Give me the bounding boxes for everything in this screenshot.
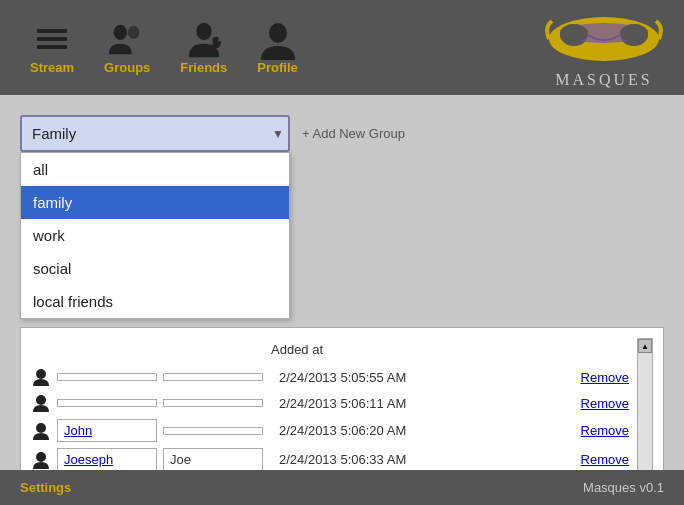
- member-name-field[interactable]: [57, 373, 157, 381]
- table-row: John 2/24/2013 5:06:20 AM Remove: [31, 419, 633, 442]
- svg-rect-0: [37, 29, 67, 33]
- version-label: Masques v0.1: [583, 480, 664, 495]
- remove-button[interactable]: Remove: [577, 396, 633, 411]
- footer: Settings Masques v0.1: [0, 470, 684, 505]
- member-alias-field[interactable]: [163, 373, 263, 381]
- member-avatar-icon: [31, 393, 51, 413]
- svg-point-4: [128, 26, 139, 39]
- member-avatar-icon: [31, 421, 51, 441]
- settings-link[interactable]: Settings: [20, 480, 71, 495]
- table-row: 2/24/2013 5:06:11 AM Remove: [31, 393, 633, 413]
- scroll-up-button[interactable]: ▲: [638, 339, 652, 353]
- svg-point-11: [560, 24, 588, 42]
- member-alias-field[interactable]: [163, 427, 263, 435]
- svg-point-16: [36, 452, 46, 462]
- profile-label: Profile: [257, 60, 297, 75]
- friends-label: Friends: [180, 60, 227, 75]
- groups-icon: [107, 20, 147, 60]
- dropdown-option-local-friends[interactable]: local friends: [21, 285, 289, 318]
- table-row: 2/24/2013 5:05:55 AM Remove: [31, 367, 633, 387]
- members-area: Added at 2/24/2013 5:05:55 AM Remove: [20, 327, 664, 470]
- dropdown-option-all[interactable]: all: [21, 153, 289, 186]
- svg-point-5: [196, 23, 211, 40]
- nav-item-profile[interactable]: Profile: [247, 15, 307, 80]
- group-select-display[interactable]: Family: [20, 115, 290, 152]
- scrollbar: ▲ ▼: [637, 338, 653, 470]
- nav-item-stream[interactable]: Stream: [20, 15, 84, 80]
- remove-button[interactable]: Remove: [577, 452, 633, 467]
- table-row: Joeseph Joe 2/24/2013 5:06:33 AM Remove: [31, 448, 633, 470]
- stream-label: Stream: [30, 60, 74, 75]
- member-added-date: 2/24/2013 5:06:20 AM: [269, 423, 571, 438]
- remove-button[interactable]: Remove: [577, 423, 633, 438]
- member-avatar-icon: [31, 367, 51, 387]
- nav-item-friends[interactable]: Friends: [170, 15, 237, 80]
- group-dropdown-menu: all family work social local friends: [20, 152, 290, 319]
- member-added-date: 2/24/2013 5:06:33 AM: [269, 452, 571, 467]
- mask-logo-icon: [544, 7, 664, 67]
- svg-rect-2: [37, 45, 67, 49]
- svg-point-3: [114, 25, 127, 40]
- group-select-wrapper: Family ▼ all family work social local fr…: [20, 115, 290, 152]
- logo-text: MASQUES: [555, 71, 652, 89]
- add-new-group-link[interactable]: + Add New Group: [302, 126, 405, 141]
- svg-point-13: [36, 369, 46, 379]
- groups-label: Groups: [104, 60, 150, 75]
- header: Stream Groups Fr: [0, 0, 684, 95]
- friends-icon: [184, 20, 224, 60]
- profile-icon: [258, 20, 298, 60]
- svg-rect-1: [37, 37, 67, 41]
- members-table-header: Added at: [31, 338, 633, 361]
- member-name-field[interactable]: Joeseph: [57, 448, 157, 470]
- nav: Stream Groups Fr: [20, 15, 308, 80]
- svg-point-12: [620, 24, 648, 42]
- stream-icon: [32, 20, 72, 60]
- svg-point-14: [36, 395, 46, 405]
- logo-area: MASQUES: [544, 7, 664, 89]
- added-at-header: Added at: [261, 342, 547, 357]
- member-avatar-icon: [31, 450, 51, 470]
- nav-item-groups[interactable]: Groups: [94, 15, 160, 80]
- member-added-date: 2/24/2013 5:05:55 AM: [269, 370, 571, 385]
- member-name-field[interactable]: [57, 399, 157, 407]
- main-content: Family ▼ all family work social local fr…: [0, 95, 684, 470]
- member-name-field[interactable]: John: [57, 419, 157, 442]
- member-alias-field[interactable]: Joe: [163, 448, 263, 470]
- member-added-date: 2/24/2013 5:06:11 AM: [269, 396, 571, 411]
- dropdown-option-social[interactable]: social: [21, 252, 289, 285]
- member-alias-field[interactable]: [163, 399, 263, 407]
- svg-point-15: [36, 423, 46, 433]
- members-scroll-area: Added at 2/24/2013 5:05:55 AM Remove: [31, 338, 653, 470]
- dropdown-option-work[interactable]: work: [21, 219, 289, 252]
- group-selector-row: Family ▼ all family work social local fr…: [20, 115, 664, 152]
- remove-button[interactable]: Remove: [577, 370, 633, 385]
- svg-point-6: [269, 23, 287, 43]
- dropdown-option-family[interactable]: family: [21, 186, 289, 219]
